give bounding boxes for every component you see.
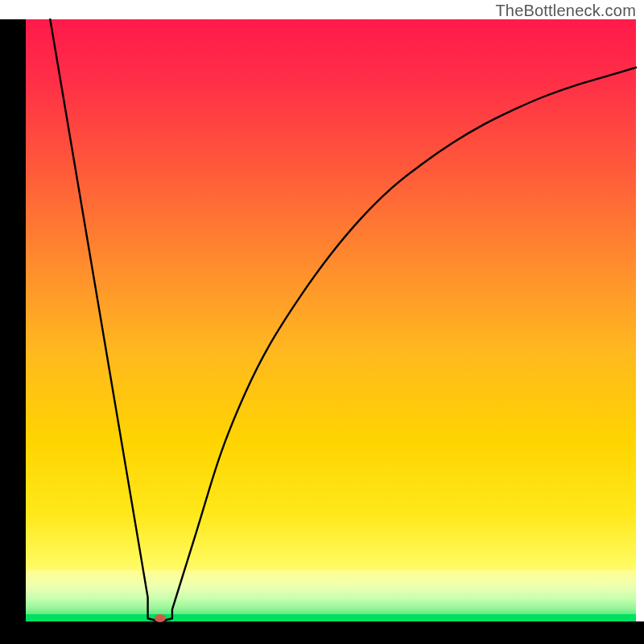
gradient-background [26,19,636,621]
optimal-point-marker [155,614,166,622]
chart-container: TheBottleneck.com [0,0,644,644]
green-baseline [26,614,636,621]
green-band [26,570,636,621]
bottleneck-chart [0,0,644,644]
y-axis [0,19,26,644]
x-axis [0,621,644,644]
